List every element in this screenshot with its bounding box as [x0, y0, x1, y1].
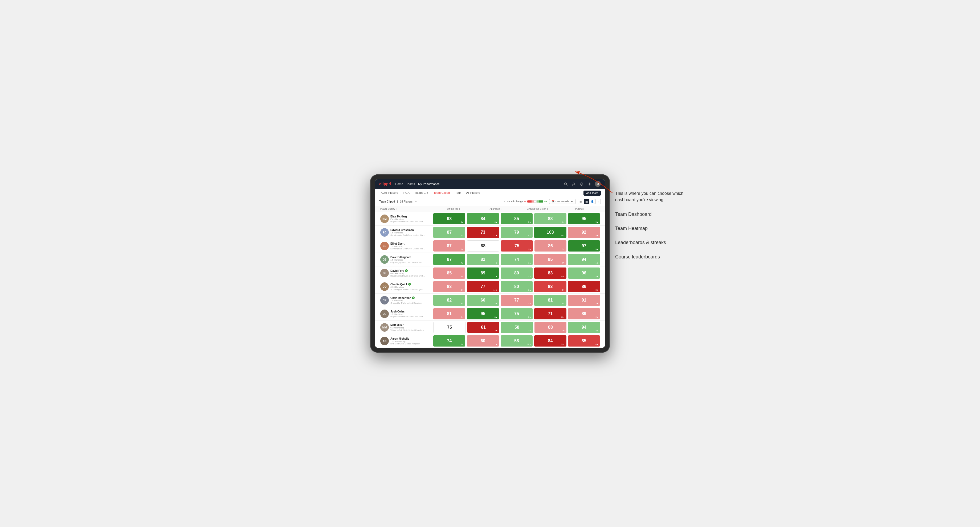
table-row[interactable]: CQCharlie Quick✓6-10 HandicapSt. George'…: [375, 280, 605, 294]
score-quality: 748▲: [433, 335, 465, 346]
score-approach: 5810▲: [501, 335, 533, 346]
avatar: DB: [380, 255, 389, 264]
score-change-around: 15▲: [561, 235, 565, 237]
score-change-tee: 14▼: [493, 289, 498, 291]
player-details: Blair McHargPlus HandicapRoyal North Dev…: [390, 215, 425, 223]
view-heatmap-button[interactable]: ▦: [584, 199, 589, 204]
edit-icon[interactable]: ✏: [415, 200, 418, 203]
avatar: BM: [380, 214, 389, 223]
col-header-around: Around the Green ↕: [517, 206, 559, 212]
score-quality: 813▼: [433, 308, 465, 319]
tablet-screen: clippd Home Teams My Performance: [375, 179, 605, 348]
score-value-approach: 74: [514, 257, 519, 262]
score-tee: 602▲: [467, 295, 499, 306]
sort-icon-putting[interactable]: ↕: [583, 208, 584, 210]
score-tee: 846▲: [467, 213, 499, 224]
player-info: DBDave Billingham1-5 HandicapGog Magog G…: [379, 253, 433, 266]
sort-icon-approach[interactable]: ↕: [500, 208, 502, 210]
score-value-tee: 95: [481, 311, 485, 316]
score-putting: 975▲: [568, 240, 600, 252]
score-around: 853▼: [534, 254, 566, 265]
table-row[interactable]: CRChris Robertson✓1-5 HandicapCraigmilla…: [375, 294, 605, 307]
team-name: Team Clippd: [379, 200, 395, 203]
player-info: MMMatt Miller6-10 HandicapWoburn Golf Cl…: [379, 321, 433, 334]
score-value-approach: 75: [514, 311, 519, 316]
score-approach: 741▲: [501, 254, 533, 265]
settings-icon[interactable]: [587, 181, 592, 187]
view-grid-button[interactable]: ⊞: [578, 199, 583, 204]
score-value-around: 86: [548, 243, 553, 248]
table-row[interactable]: MMMatt Miller6-10 HandicapWoburn Golf Cl…: [375, 321, 605, 334]
score-change-around: 6▼: [562, 289, 565, 291]
player-handicap: 6-10 Handicap: [390, 286, 425, 288]
player-rows-container: BMBlair McHargPlus HandicapRoyal North D…: [375, 212, 605, 348]
col-header-putting: Putting ↕: [559, 206, 601, 212]
player-name: Matt Miller: [390, 324, 424, 327]
player-club: Sunningdale Golf Club, United Kingdom: [390, 234, 425, 237]
score-change-tee: 2▲: [495, 303, 498, 305]
score-value-putting: 94: [582, 257, 586, 262]
score-value-around: 83: [548, 284, 553, 289]
score-value-approach: 80: [514, 284, 519, 289]
tab-tour[interactable]: Tour: [455, 189, 461, 197]
table-row[interactable]: JCJosh Coles1-5 HandicapRoyal North Devo…: [375, 307, 605, 321]
sort-icon-around[interactable]: ↕: [547, 208, 548, 210]
score-change-tee: 11▼: [493, 235, 498, 237]
player-details: Dave Billingham1-5 HandicapGog Magog Gol…: [390, 256, 425, 264]
score-value-around: 85: [548, 257, 553, 262]
score-quality: 853▼: [433, 268, 465, 279]
player-name: Dave Billingham: [390, 256, 425, 259]
score-change-quality: 3▲: [461, 303, 464, 305]
tab-hcaps[interactable]: Hcaps 1-5: [414, 189, 429, 197]
sort-icon-quality[interactable]: ↕: [396, 208, 398, 210]
add-team-button[interactable]: Add Team: [584, 190, 601, 195]
tab-pgat-players[interactable]: PGAT Players: [379, 189, 399, 197]
score-change-around: 3▼: [562, 262, 565, 264]
sort-icon-tee[interactable]: ↕: [459, 208, 460, 210]
player-handicap: 1-5 Handicap: [390, 259, 425, 261]
search-icon[interactable]: [563, 181, 568, 187]
score-change-putting: 3▲: [595, 275, 598, 277]
score-change-quality: 8▲: [461, 343, 464, 345]
table-row[interactable]: DBDave Billingham1-5 HandicapGog Magog G…: [375, 253, 605, 267]
bar-green: [539, 200, 543, 203]
score-value-quality: 83: [447, 284, 452, 289]
score-value-around: 103: [547, 230, 554, 235]
verified-icon: ✓: [405, 269, 408, 272]
score-quality: 823▲: [433, 295, 465, 306]
table-row[interactable]: ANAaron Nicholls11-15 HandicapDrift Golf…: [375, 334, 605, 348]
player-info: ANAaron Nicholls11-15 HandicapDrift Golf…: [379, 334, 433, 348]
view-list-button[interactable]: ↕: [595, 199, 601, 204]
score-change-approach: 2▲: [528, 316, 531, 318]
view-person-button[interactable]: 👤: [590, 199, 595, 204]
last-rounds-value: 20: [571, 200, 573, 203]
last-rounds-button[interactable]: 📅 Last Rounds: 20: [549, 199, 576, 204]
table-row[interactable]: EEElliot Ebert1-5 HandicapSunningdale Go…: [375, 239, 605, 253]
bar-light-green: [536, 200, 539, 203]
tab-team-clippd[interactable]: Team Clippd: [433, 189, 450, 197]
score-change-approach: 9▲: [528, 235, 531, 237]
player-club: Drift Golf Club, United Kingdom: [390, 343, 420, 345]
score-value-tee: 88: [481, 243, 485, 248]
tab-pga[interactable]: PGA: [403, 189, 410, 197]
score-tee: 958▲: [467, 308, 499, 319]
score-value-putting: 92: [582, 230, 586, 235]
nav-home[interactable]: Home: [395, 182, 403, 186]
user-avatar[interactable]: U: [595, 181, 601, 187]
score-tee: 88: [467, 240, 499, 252]
score-value-quality: 87: [447, 230, 452, 235]
view-toggle: ⊞ ▦ 👤 ↕: [578, 199, 601, 204]
putting-label: Putting: [575, 208, 583, 210]
person-icon[interactable]: [571, 181, 576, 187]
player-name: Aaron Nicholls: [390, 337, 420, 340]
tab-all-players[interactable]: All Players: [466, 189, 481, 197]
score-value-approach: 77: [514, 298, 519, 303]
table-row[interactable]: DFDavid Ford✓Plus HandicapRoyal North De…: [375, 267, 605, 280]
nav-teams[interactable]: Teams: [406, 182, 415, 186]
bell-icon[interactable]: [579, 181, 584, 187]
table-row[interactable]: BMBlair McHargPlus HandicapRoyal North D…: [375, 212, 605, 226]
table-header: Player Quality ↕ Off the Tee ↕ Approach …: [375, 206, 605, 212]
table-row[interactable]: ECEdward Crossman1-5 HandicapSunningdale…: [375, 226, 605, 239]
player-info: JCJosh Coles1-5 HandicapRoyal North Devo…: [379, 307, 433, 321]
nav-performance[interactable]: My Performance: [418, 182, 440, 186]
